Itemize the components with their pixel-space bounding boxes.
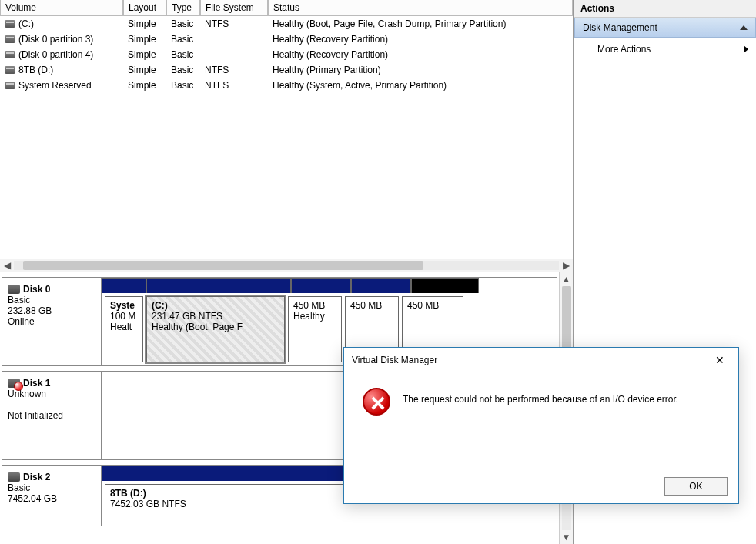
volume-layout: Simple <box>123 79 166 92</box>
col-filesystem[interactable]: File System <box>200 0 268 16</box>
volume-fs <box>200 33 268 45</box>
disk-size: 7452.04 GB <box>8 493 95 504</box>
volume-fs: NTFS <box>200 64 268 76</box>
volume-name: (Disk 0 partition 3) <box>18 34 93 45</box>
partition-status: Healthy <box>293 311 336 322</box>
partition-status: Healthy (Boot, Page F <box>152 322 279 332</box>
volume-row[interactable]: System ReservedSimpleBasicNTFSHealthy (S… <box>0 78 573 93</box>
volume-status: Healthy (Primary Partition) <box>268 64 573 76</box>
volume-name: (C:) <box>18 18 34 29</box>
volume-row[interactable]: (Disk 0 partition 3)SimpleBasicHealthy (… <box>0 32 573 47</box>
scroll-right-icon[interactable]: ▶ <box>559 259 573 272</box>
partition-title: (C:) <box>152 300 279 311</box>
dialog-message: The request could not be performed becau… <box>403 388 678 405</box>
actions-more-label: More Actions <box>597 44 651 55</box>
scroll-thumb[interactable] <box>562 286 571 355</box>
disk-title: Disk 0 <box>23 284 50 295</box>
volume-icon <box>5 66 15 74</box>
volume-type: Basic <box>166 33 200 45</box>
volume-list: Volume Layout Type File System Status (C… <box>0 0 573 272</box>
col-type[interactable]: Type <box>166 0 200 16</box>
scroll-down-icon[interactable]: ▼ <box>560 530 573 544</box>
volume-name: 8TB (D:) <box>18 65 53 75</box>
volume-layout: Simple <box>123 48 166 61</box>
volume-name: System Reserved <box>18 80 92 91</box>
volume-layout: Simple <box>123 33 166 45</box>
volume-type: Basic <box>166 79 200 92</box>
partition-size: 231.47 GB NTFS <box>152 311 279 322</box>
scroll-track[interactable] <box>14 261 559 270</box>
volume-fs: NTFS <box>200 18 268 30</box>
disk-type: Basic <box>8 295 95 305</box>
error-icon <box>363 388 390 416</box>
partition-size: 450 MB <box>350 300 393 311</box>
volume-fs: NTFS <box>200 79 268 92</box>
volume-status: Healthy (System, Active, Primary Partiti… <box>268 79 573 92</box>
collapse-icon <box>740 25 748 30</box>
partition-strip <box>102 278 146 293</box>
scroll-left-icon[interactable]: ◀ <box>0 259 14 272</box>
volume-status: Healthy (Recovery Partition) <box>268 33 573 45</box>
volume-type: Basic <box>166 64 200 76</box>
volume-name: (Disk 0 partition 4) <box>18 49 93 60</box>
partition-strip <box>291 278 351 293</box>
col-layout[interactable]: Layout <box>123 0 166 16</box>
volume-fs <box>200 48 268 61</box>
dialog-title: Virtual Disk Manager <box>352 355 437 365</box>
actions-more[interactable]: More Actions <box>574 38 756 61</box>
volume-layout: Simple <box>123 64 166 76</box>
close-icon: ✕ <box>715 354 724 366</box>
volume-row[interactable]: (Disk 0 partition 4)SimpleBasicHealthy (… <box>0 47 573 62</box>
volume-layout: Simple <box>123 18 166 30</box>
partition-box[interactable]: Syste100 MHealt <box>105 296 143 362</box>
disk-title: Disk 1 <box>23 378 50 389</box>
volume-icon <box>5 51 15 58</box>
actions-disk-management[interactable]: Disk Management <box>574 18 756 38</box>
volume-list-header: Volume Layout Type File System Status <box>0 0 573 16</box>
partition-strip <box>146 278 291 293</box>
partition-box[interactable]: 450 MBHealthy <box>288 296 342 362</box>
volume-icon <box>5 82 15 89</box>
volume-type: Basic <box>166 18 200 30</box>
close-button[interactable]: ✕ <box>709 352 731 368</box>
error-dialog: Virtual Disk Manager ✕ The request could… <box>343 347 739 504</box>
col-volume[interactable]: Volume <box>0 0 123 16</box>
partition-status: Healt <box>110 322 138 332</box>
volume-type: Basic <box>166 48 200 61</box>
submenu-icon <box>744 45 748 53</box>
disk-state: Not Initialized <box>8 410 95 421</box>
disk-state: Online <box>8 316 95 327</box>
ok-button[interactable]: OK <box>664 477 728 496</box>
volume-status: Healthy (Boot, Page File, Crash Dump, Pr… <box>268 18 573 30</box>
volume-row[interactable]: 8TB (D:)SimpleBasicNTFSHealthy (Primary … <box>0 62 573 78</box>
disk-title: Disk 2 <box>23 472 50 482</box>
disk-info: Disk 1 Unknown Not Initialized <box>2 372 102 459</box>
scroll-thumb[interactable] <box>23 261 423 270</box>
actions-header: Actions <box>574 0 756 18</box>
disk-type: Basic <box>8 482 95 493</box>
disk-info: Disk 0 Basic 232.88 GB Online <box>2 278 102 365</box>
disk-icon <box>8 285 20 294</box>
partition-size: 450 MB <box>293 300 336 311</box>
volume-icon <box>5 20 15 28</box>
volume-row[interactable]: (C:)SimpleBasicNTFSHealthy (Boot, Page F… <box>0 16 573 32</box>
volume-list-hscroll[interactable]: ◀ ▶ <box>0 259 573 272</box>
disk-error-icon <box>8 379 20 388</box>
partition-title: Syste <box>110 300 138 311</box>
scroll-up-icon[interactable]: ▲ <box>560 272 573 286</box>
disk-info: Disk 2 Basic 7452.04 GB <box>2 466 102 526</box>
disk-size: 232.88 GB <box>8 305 95 316</box>
volume-status: Healthy (Recovery Partition) <box>268 48 573 61</box>
disk-icon <box>8 472 20 482</box>
partition-strip <box>411 278 479 293</box>
partition-box[interactable]: (C:)231.47 GB NTFSHealthy (Boot, Page F <box>146 296 285 362</box>
partition-size: 450 MB <box>407 300 458 311</box>
volume-icon <box>5 35 15 43</box>
actions-dm-label: Disk Management <box>583 22 657 33</box>
partition-size: 100 M <box>110 311 138 322</box>
partition-strip <box>351 278 411 293</box>
col-status[interactable]: Status <box>268 0 573 16</box>
